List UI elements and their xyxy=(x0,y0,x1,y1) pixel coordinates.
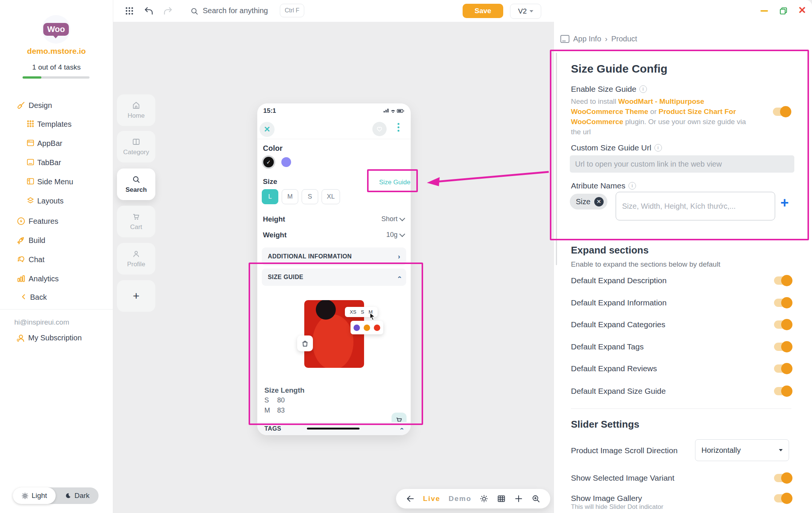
variant-dot-orange[interactable] xyxy=(364,325,370,331)
theme-dark-button[interactable]: Dark xyxy=(56,487,99,504)
section-divider xyxy=(571,408,791,409)
grid-view-icon[interactable] xyxy=(497,494,506,503)
weight-selector[interactable]: 10g xyxy=(386,231,404,239)
sidebar-item-build[interactable]: Build xyxy=(0,233,113,248)
note-text: Need to install xyxy=(571,97,618,105)
brightness-icon[interactable] xyxy=(480,494,489,503)
category-icon xyxy=(132,137,141,146)
size-chip-m[interactable]: M xyxy=(282,189,298,204)
sidebar-item-chat[interactable]: Chat xyxy=(0,252,113,267)
shopping-bag-button[interactable] xyxy=(297,335,313,351)
size-chip-s[interactable]: S xyxy=(302,189,318,204)
tags-section[interactable]: TAGS › xyxy=(257,422,411,435)
redo-icon[interactable] xyxy=(163,6,173,16)
size-guide-config-title: Size Guide Config xyxy=(571,62,668,75)
rail-item-category[interactable]: Category xyxy=(117,131,155,162)
size-guide-section[interactable]: SIZE GUIDE › xyxy=(262,269,406,286)
info-icon[interactable]: i xyxy=(654,144,662,152)
show-selected-image-variant-toggle[interactable] xyxy=(774,474,791,482)
left-sidebar: Woo demo.mstore.io 1 out of 4 tasks Desi… xyxy=(0,0,113,513)
default-expand-tags-toggle[interactable] xyxy=(774,343,791,351)
enable-size-guide-text: Enable Size Guide xyxy=(571,85,636,94)
live-mode-button[interactable]: Live xyxy=(423,495,440,503)
size-section-label: Size xyxy=(263,178,277,186)
default-expand-categories-toggle[interactable] xyxy=(774,320,791,329)
apps-grid-icon[interactable] xyxy=(124,6,135,16)
sidebar-item-design[interactable]: Design xyxy=(0,98,113,113)
lightning-icon xyxy=(17,217,26,226)
show-image-gallery-toggle[interactable] xyxy=(774,494,791,502)
minimize-button[interactable] xyxy=(760,10,768,12)
tooltip-size-s[interactable]: S xyxy=(361,309,364,315)
home-icon xyxy=(132,101,141,110)
settings-panel: App Info › Product Size Guide Config Ena… xyxy=(554,22,812,513)
close-button[interactable]: ✕ xyxy=(798,6,806,14)
height-selector[interactable]: Short xyxy=(381,215,404,223)
info-icon[interactable]: i xyxy=(628,182,636,190)
sidebar-item-layouts[interactable]: Layouts xyxy=(0,193,113,208)
sidebar-item-appbar[interactable]: AppBar xyxy=(0,136,113,151)
zoom-in-icon[interactable] xyxy=(531,494,540,503)
save-button[interactable]: Save xyxy=(463,4,503,18)
info-icon[interactable]: i xyxy=(639,85,647,93)
color-swatch-black[interactable]: ✓ xyxy=(262,155,275,169)
kebab-menu-icon[interactable] xyxy=(396,123,401,132)
add-icon[interactable] xyxy=(514,494,523,503)
sidebar-item-label: Side Menu xyxy=(37,178,73,186)
demo-mode-button[interactable]: Demo xyxy=(449,495,472,503)
additional-information-section[interactable]: ADDITIONAL INFORMATION › xyxy=(262,247,406,266)
default-expand-information-toggle[interactable] xyxy=(774,299,791,307)
enable-size-guide-note: Need to install WoodMart - Multipurpose … xyxy=(571,96,751,137)
sidebar-item-tabbar[interactable]: TabBar xyxy=(0,155,113,170)
rail-item-search[interactable]: Search xyxy=(117,168,155,200)
add-attribute-button[interactable]: + xyxy=(780,196,789,210)
tooltip-size-xs[interactable]: XS xyxy=(350,309,356,315)
color-swatch-purple[interactable] xyxy=(281,157,291,167)
panel-scrollbar[interactable] xyxy=(556,53,557,265)
breadcrumb-root[interactable]: App Info xyxy=(573,35,601,43)
wishlist-heart-icon[interactable] xyxy=(372,122,387,136)
close-screen-button[interactable]: ✕ xyxy=(260,122,275,137)
back-arrow-icon[interactable] xyxy=(406,494,415,503)
custom-size-guide-url-input[interactable] xyxy=(570,155,794,173)
rail-item-home[interactable]: Home xyxy=(117,94,155,126)
status-icons xyxy=(383,108,405,115)
sidebar-item-analytics[interactable]: Analytics xyxy=(0,271,113,286)
version-dropdown[interactable]: V2 xyxy=(510,4,541,19)
attribute-name-input[interactable] xyxy=(616,192,775,220)
size-length-row-size: M xyxy=(264,407,270,414)
default-expand-reviews-toggle[interactable] xyxy=(774,364,791,373)
sidebar-item-label: Templates xyxy=(37,120,71,129)
rail-add-screen-button[interactable]: + xyxy=(117,280,155,312)
rail-item-label: Profile xyxy=(127,261,145,268)
variant-dot-red[interactable] xyxy=(374,325,380,331)
rail-item-cart[interactable]: Cart xyxy=(117,206,155,237)
remove-chip-icon[interactable]: ✕ xyxy=(594,197,604,206)
maximize-button[interactable] xyxy=(779,6,788,15)
variant-dot-purple[interactable] xyxy=(354,325,360,331)
default-expand-description-toggle[interactable] xyxy=(774,276,791,285)
search-input[interactable]: Search for anything xyxy=(203,6,268,15)
sidebar-item-features[interactable]: Features xyxy=(0,214,113,229)
undo-icon[interactable] xyxy=(143,6,154,16)
sidebar-item-back[interactable]: Back xyxy=(0,290,113,305)
expand-sections-title: Expand sections xyxy=(571,244,649,256)
scroll-direction-dropdown[interactable]: Horizontally xyxy=(695,439,789,461)
enable-size-guide-toggle[interactable] xyxy=(773,108,790,116)
theme-light-button[interactable]: Light xyxy=(13,487,56,504)
breadcrumb-current: Product xyxy=(611,35,637,43)
show-image-gallery-row: Show Image Gallery xyxy=(571,492,791,505)
rail-item-label: Search xyxy=(126,186,147,194)
size-chip-l[interactable]: L xyxy=(262,189,278,204)
my-subscription-button[interactable]: My Subscription xyxy=(0,330,113,345)
default-expand-size-guide-toggle[interactable] xyxy=(774,387,791,395)
slider-settings-title: Slider Settings xyxy=(571,419,639,430)
moon-icon xyxy=(65,492,71,499)
size-chip-xl[interactable]: XL xyxy=(322,189,340,204)
sidebar-item-templates[interactable]: Templates xyxy=(0,117,113,132)
status-time: 15:1 xyxy=(263,107,276,115)
site-name[interactable]: demo.mstore.io xyxy=(0,47,113,56)
sidebar-item-side-menu[interactable]: Side Menu xyxy=(0,174,113,189)
rail-item-profile[interactable]: Profile xyxy=(117,243,155,275)
size-guide-link[interactable]: Size Guide xyxy=(379,179,410,186)
